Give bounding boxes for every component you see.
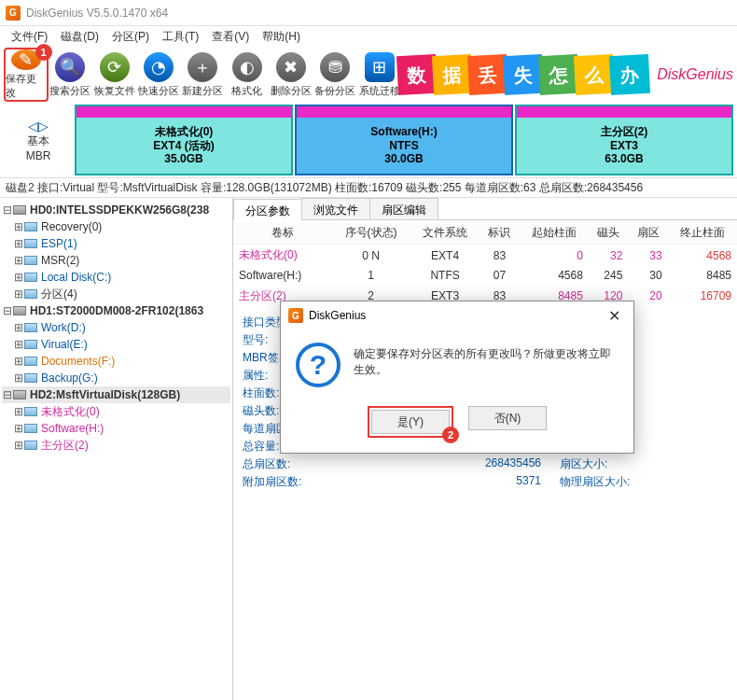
dialog-message: 确定要保存对分区表的所有更改吗？所做更改将立即生效。 [354, 343, 619, 378]
question-icon: ? [296, 343, 341, 387]
dialog-titlebar[interactable]: G DiskGenius ✕ [281, 301, 633, 329]
dialog-title: DiskGenius [309, 309, 366, 322]
confirm-dialog: G DiskGenius ✕ ? 确定要保存对分区表的所有更改吗？所做更改将立即… [280, 301, 634, 454]
dialog-logo-icon: G [288, 308, 303, 323]
annotation-badge-2: 2 [442, 427, 459, 443]
yes-button-highlight: 是(Y) 2 [368, 406, 453, 438]
yes-button[interactable]: 是(Y) [371, 410, 450, 434]
no-button[interactable]: 否(N) [468, 406, 547, 430]
dialog-close-button[interactable]: ✕ [603, 307, 626, 325]
modal-overlay: G DiskGenius ✕ ? 确定要保存对分区表的所有更改吗？所做更改将立即… [0, 0, 737, 700]
